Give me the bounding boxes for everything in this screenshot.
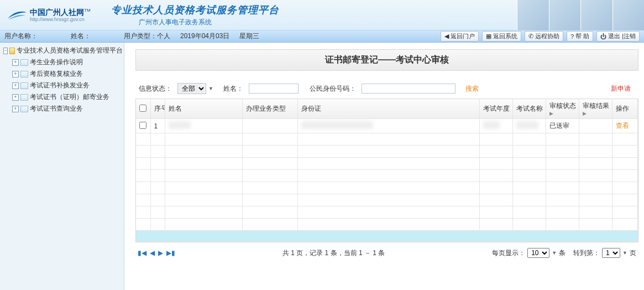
dropdown-icon: ▼ [552,250,557,256]
prev-page-icon[interactable]: ◀ [150,249,155,257]
info-date: 2019年04月03日 [180,32,229,41]
name-input[interactable] [249,84,299,94]
empty-row [136,146,638,158]
id-label: 公民身份号码： [310,84,356,94]
id-input[interactable] [362,84,455,94]
sort-icon: ▶ [583,111,609,116]
pager: ▮◀ ◀ ▶ ▶▮ 共 1 页，记录 1 条，当前 1 － 1 条 每页显示： … [135,242,638,260]
col-ops: 操作 [612,99,638,119]
logo-swoosh-icon [7,8,28,22]
col-exam-name[interactable]: 考试名称 [513,99,546,119]
pager-right: 每页显示： 10 ▼ 条 转到第： 1 ▼ 页 [492,248,636,258]
logout-button[interactable]: ⏻退出 |注销 [596,31,640,42]
back-icon: ◀ [444,33,449,40]
help-button[interactable]: ?帮 助 [567,31,593,42]
logo-text: 中国广州人社网 [30,8,84,17]
sort-icon: ▶ [549,111,575,116]
back-portal-button[interactable]: ◀返回门户 [441,31,479,42]
help-icon: ? [570,33,574,40]
info-name: 姓名： [71,32,91,41]
panel-title: 证书邮寄登记——考试中心审核 [136,50,638,71]
doc-icon [20,59,28,66]
back-system-button[interactable]: ▦返回系统 [482,31,521,42]
empty-row [136,182,638,194]
search-link[interactable]: 搜索 [465,84,479,94]
cell-exam-name [513,119,546,133]
data-grid: 序号 姓名 办理业务类型 身份证 考试年度 考试名称 审核状态▶ 审核结果▶ 操… [135,99,638,242]
expand-icon[interactable]: + [12,71,19,77]
cell-ops: 查看 [612,119,638,133]
doc-icon [20,71,28,77]
header-decorative-image [517,0,644,30]
select-all-checkbox[interactable] [139,105,146,112]
goto-label: 转到第： [573,248,600,258]
col-id-card[interactable]: 身份证 [297,99,480,119]
per-page-unit: 条 [559,248,566,258]
tree-item-1[interactable]: +考后资格复核业务 [1,68,123,80]
row-checkbox[interactable] [139,122,146,129]
empty-row [136,194,638,206]
view-link[interactable]: 查看 [616,122,629,130]
goto-unit: 页 [630,248,636,258]
folder-icon [9,48,15,54]
cell-exam-year [480,119,513,133]
col-checkbox [136,99,150,119]
col-name[interactable]: 姓名 [165,99,242,119]
tree-item-0[interactable]: +考生业务操作说明 [1,56,123,68]
info-user-type: 用户类型：个人 [124,32,170,41]
empty-row [136,158,638,170]
pager-summary: 共 1 页，记录 1 条，当前 1 － 1 条 [175,248,492,258]
panel-title-wrap: 证书邮寄登记——考试中心审核 [135,49,638,71]
first-page-icon[interactable]: ▮◀ [138,249,146,257]
tree-item-3[interactable]: +考试证书（证明）邮寄业务 [1,91,123,103]
cell-name [165,119,242,133]
new-apply-link[interactable]: 新申请 [611,84,631,94]
col-audit-status[interactable]: 审核状态▶ [546,99,579,119]
logo-url: http://www.hrssgz.gov.cn [30,17,91,22]
last-page-icon[interactable]: ▶▮ [166,249,175,257]
dropdown-icon: ▼ [622,250,627,256]
col-audit-result[interactable]: 审核结果▶ [579,99,612,119]
per-page-select[interactable]: 10 [527,248,549,258]
dropdown-icon: ▼ [208,86,213,91]
empty-row [136,206,638,219]
tree-item-2[interactable]: +考试证书补换发业务 [1,80,123,91]
expand-icon[interactable]: + [12,94,19,101]
col-seq[interactable]: 序号 [150,99,165,119]
cell-audit-result [579,119,612,133]
info-weekday: 星期三 [239,32,259,41]
status-label: 信息状态： [139,84,172,94]
per-page-label: 每页显示： [492,248,525,258]
tree-root-item[interactable]: − 专业技术人员资格考试服务管理平台 [1,45,123,56]
info-username: 用户名称： [4,32,38,41]
doc-icon [20,94,28,101]
logo-area: 中国广州人社网TM http://www.hrssgz.gov.cn [0,8,97,22]
tree-root-label: 专业技术人员资格考试服务管理平台 [17,46,123,55]
expand-icon[interactable]: + [12,59,19,66]
grid-header-row: 序号 姓名 办理业务类型 身份证 考试年度 考试名称 审核状态▶ 审核结果▶ 操… [136,99,638,119]
cell-audit-status: 已送审 [546,119,579,133]
goto-select[interactable]: 1 [602,248,620,258]
doc-icon [20,106,28,112]
empty-row [136,170,638,182]
logout-icon: ⏻ [600,33,606,40]
table-row[interactable]: 1 已送审 查看 [136,119,638,133]
expand-icon[interactable]: + [12,82,19,89]
tree-item-4[interactable]: +考试证书查询业务 [1,103,123,115]
main-layout: − 专业技术人员资格考试服务管理平台 +考生业务操作说明 +考后资格复核业务 +… [0,43,644,290]
status-select[interactable]: 全部 [177,83,206,94]
cell-seq: 1 [150,119,165,133]
empty-row [136,133,638,146]
toolbar: ◀返回门户 ▦返回系统 ✆远程协助 ?帮 助 ⏻退出 |注销 [441,31,640,42]
collapse-icon[interactable]: − [3,48,8,54]
name-label: 姓名： [223,84,243,94]
header-title: 专业技术人员资格考试服务管理平台 [111,3,279,17]
expand-icon[interactable]: + [12,106,19,112]
col-biz-type[interactable]: 办理业务类型 [242,99,297,119]
header: 中国广州人社网TM http://www.hrssgz.gov.cn 专业技术人… [0,0,644,30]
next-page-icon[interactable]: ▶ [158,249,163,257]
remote-help-button[interactable]: ✆远程协助 [525,31,563,42]
remote-icon: ✆ [528,33,533,40]
cell-id-card [297,119,480,133]
col-exam-year[interactable]: 考试年度 [480,99,513,119]
